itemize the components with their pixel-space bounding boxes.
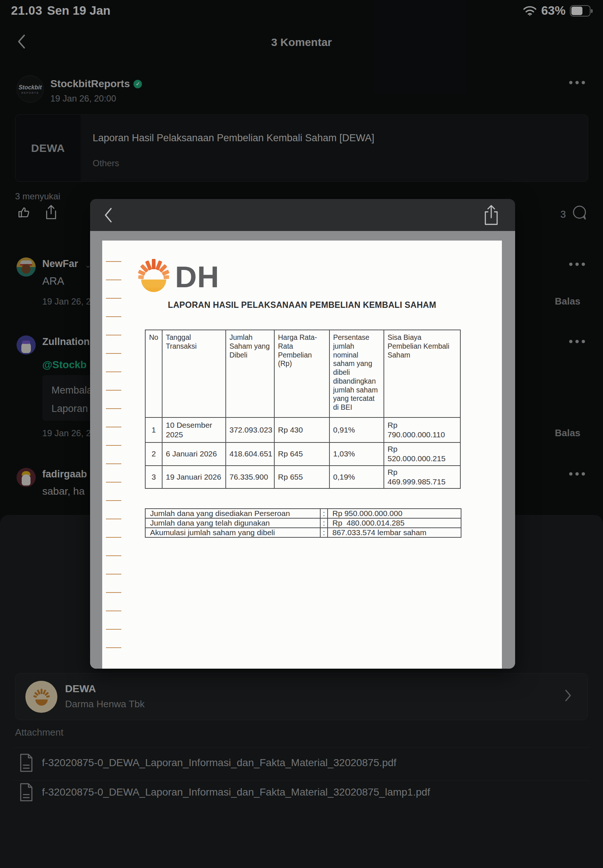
col-header: Tanggal Transaksi bbox=[162, 330, 226, 418]
col-header: No bbox=[145, 330, 162, 418]
modal-header bbox=[90, 199, 515, 231]
modal-back-button[interactable] bbox=[103, 207, 113, 224]
dh-logo: DH bbox=[135, 257, 219, 297]
col-header: Persentase jumlah nominal saham yang dib… bbox=[329, 330, 384, 418]
pdf-viewer-modal: DH LAPORAN HASIL PELAKSANAAN PEMBELIAN K… bbox=[90, 199, 515, 668]
table-row: 2 6 Januari 2026 418.604.651 Rp 645 1,03… bbox=[145, 443, 460, 466]
table-row: Jumlah dana yang telah digunakan : Rp 48… bbox=[145, 518, 461, 528]
col-header: Harga Rata-Rata Pembelian (Rp) bbox=[274, 330, 329, 418]
app-screen: 21.03 Sen 19 Jan 63% 3 Komentar Stockbit… bbox=[0, 0, 603, 868]
dh-logo-text: DH bbox=[175, 260, 219, 297]
letterhead-margin-marks bbox=[106, 261, 121, 659]
col-header: Sisa Biaya Pembelian Kembali Saham bbox=[384, 330, 460, 418]
table-row: 1 10 Desember 2025 372.093.023 Rp 430 0,… bbox=[145, 418, 460, 443]
col-header: Jumlah Saham yang Dibeli bbox=[226, 330, 274, 418]
table-row: Jumlah dana yang disediakan Perseroan : … bbox=[145, 509, 461, 518]
buyback-summary-table: Jumlah dana yang disediakan Perseroan : … bbox=[145, 508, 461, 538]
table-row: 3 19 Januari 2026 76.335.900 Rp 655 0,19… bbox=[145, 466, 460, 489]
pdf-viewer-area[interactable]: DH LAPORAN HASIL PELAKSANAAN PEMBELIAN K… bbox=[90, 231, 515, 668]
table-row: Akumulasi jumlah saham yang dibeli : 867… bbox=[145, 528, 461, 537]
document-title: LAPORAN HASIL PELAKSANAAN PEMBELIAN KEMB… bbox=[102, 300, 502, 310]
pdf-page: DH LAPORAN HASIL PELAKSANAAN PEMBELIAN K… bbox=[102, 241, 502, 668]
modal-share-button[interactable] bbox=[483, 204, 500, 226]
buyback-table: No Tanggal Transaksi Jumlah Saham yang D… bbox=[145, 330, 461, 489]
